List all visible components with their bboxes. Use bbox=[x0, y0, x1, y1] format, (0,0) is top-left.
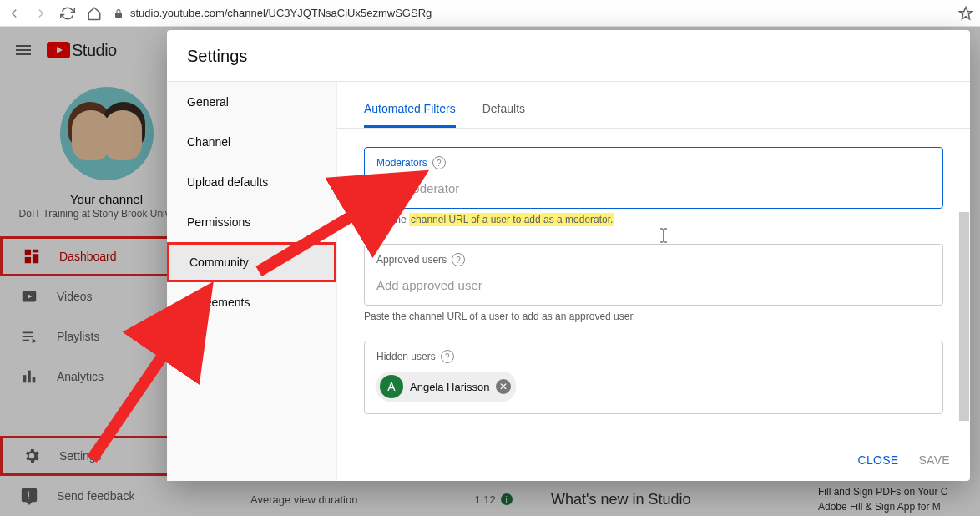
hidden-user-chip: A Angela Harisson ✕ bbox=[376, 372, 516, 402]
reload-icon[interactable] bbox=[60, 6, 75, 21]
modal-title: Settings bbox=[167, 30, 970, 81]
url-text: studio.youtube.com/channel/UC3YJQTNsaCiU… bbox=[130, 7, 432, 19]
help-icon[interactable]: ? bbox=[452, 253, 465, 266]
approved-input[interactable] bbox=[376, 278, 931, 292]
home-icon[interactable] bbox=[87, 6, 102, 21]
address-bar[interactable]: studio.youtube.com/channel/UC3YJQTNsaCiU… bbox=[114, 7, 432, 19]
helper-highlight: channel URL of a user to add as a modera… bbox=[409, 213, 614, 226]
help-icon[interactable]: ? bbox=[432, 156, 446, 169]
settings-modal: Settings General Channel Upload defaults… bbox=[167, 30, 970, 481]
modal-sidebar: General Channel Upload defaults Permissi… bbox=[167, 82, 337, 481]
modal-content-scroll[interactable]: Moderators ? Paste the channel URL of a … bbox=[337, 129, 970, 438]
moderators-helper: Paste the channel URL of a user to add a… bbox=[364, 214, 943, 225]
approved-users-field[interactable]: Approved users ? bbox=[364, 244, 943, 306]
browser-toolbar: studio.youtube.com/channel/UC3YJQTNsaCiU… bbox=[0, 0, 980, 27]
back-icon[interactable] bbox=[7, 6, 22, 21]
star-icon[interactable] bbox=[958, 6, 973, 21]
modal-main: Automated Filters Defaults Moderators ? … bbox=[337, 82, 970, 481]
save-button[interactable]: SAVE bbox=[918, 453, 950, 467]
chip-avatar: A bbox=[380, 375, 403, 398]
forward-icon[interactable] bbox=[33, 6, 48, 21]
modal-nav-agreements[interactable]: Agreements bbox=[167, 282, 336, 322]
lock-icon bbox=[114, 8, 124, 18]
hidden-label: Hidden users bbox=[376, 351, 436, 362]
approved-helper: Paste the channel URL of a user to add a… bbox=[364, 311, 943, 322]
tab-defaults[interactable]: Defaults bbox=[482, 90, 525, 128]
hidden-users-field[interactable]: Hidden users ? A Angela Harisson ✕ bbox=[364, 341, 943, 414]
helper-pre: Paste the bbox=[364, 214, 409, 225]
modal-nav-upload-defaults[interactable]: Upload defaults bbox=[167, 162, 336, 202]
modal-nav-community[interactable]: Community bbox=[167, 242, 336, 282]
tab-automated-filters[interactable]: Automated Filters bbox=[364, 90, 456, 128]
modal-footer: CLOSE SAVE bbox=[337, 438, 970, 481]
moderators-input[interactable] bbox=[376, 181, 931, 195]
tabs: Automated Filters Defaults bbox=[337, 90, 970, 129]
chip-name: Angela Harisson bbox=[410, 381, 489, 393]
close-button[interactable]: CLOSE bbox=[858, 453, 899, 467]
scrollbar-thumb[interactable] bbox=[959, 212, 969, 421]
help-icon[interactable]: ? bbox=[441, 350, 454, 363]
moderators-label: Moderators bbox=[376, 157, 427, 169]
moderators-field[interactable]: Moderators ? bbox=[364, 147, 943, 209]
approved-label: Approved users bbox=[376, 254, 447, 266]
modal-nav-general[interactable]: General bbox=[167, 82, 336, 122]
modal-nav-permissions[interactable]: Permissions bbox=[167, 202, 336, 242]
chip-remove-icon[interactable]: ✕ bbox=[496, 379, 511, 394]
modal-nav-channel[interactable]: Channel bbox=[167, 122, 336, 162]
